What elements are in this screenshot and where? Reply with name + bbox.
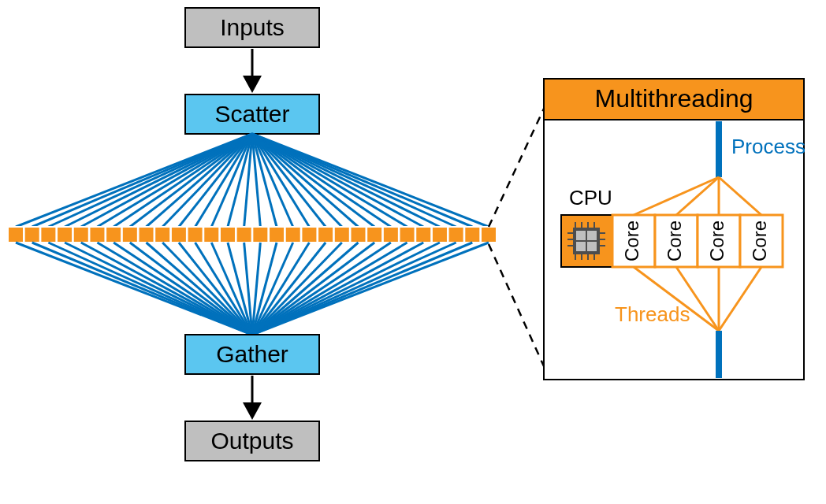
core-label: Core: [621, 220, 642, 261]
task-square: [57, 227, 73, 243]
task-square: [106, 227, 121, 243]
inputs-label: Inputs: [220, 14, 285, 40]
cores-row: CoreCoreCoreCore: [612, 215, 783, 267]
task-square: [383, 227, 399, 243]
task-square: [40, 227, 56, 243]
scatter-label: Scatter: [214, 101, 289, 127]
task-square: [318, 227, 333, 243]
svg-line-38: [147, 243, 252, 335]
core-label: Core: [749, 220, 770, 261]
task-square: [236, 227, 252, 243]
task-square: [448, 227, 464, 243]
task-square: [366, 227, 382, 243]
task-square: [301, 227, 317, 243]
task-square: [220, 227, 236, 243]
threads-label: Threads: [615, 302, 690, 326]
task-square: [400, 227, 415, 243]
callout-line-bottom: [489, 244, 544, 366]
task-square: [139, 227, 154, 243]
task-square: [171, 227, 187, 243]
task-square: [285, 227, 301, 243]
svg-rect-66: [587, 231, 597, 240]
scatter-fan-lines: [16, 134, 489, 227]
task-square: [334, 227, 350, 243]
core-label: Core: [664, 220, 685, 261]
callout-line-top: [489, 109, 544, 227]
task-square: [464, 227, 480, 243]
svg-line-8: [147, 134, 252, 227]
task-square: [122, 227, 138, 243]
svg-line-4: [81, 134, 252, 227]
cpu-chip-icon: [567, 222, 605, 260]
arrowhead-inputs-scatter: [243, 76, 262, 93]
svg-rect-68: [587, 242, 597, 251]
task-square: [269, 227, 285, 243]
task-square: [8, 227, 24, 243]
gather-fan-lines: [16, 243, 489, 335]
core-label: Core: [706, 220, 727, 261]
task-square: [252, 227, 268, 243]
svg-rect-67: [576, 242, 586, 251]
task-square: [203, 227, 219, 243]
task-square: [154, 227, 170, 243]
svg-line-51: [252, 243, 358, 335]
diagram-canvas: Inputs Scatter Gather Outputs Multithrea…: [0, 0, 826, 504]
outputs-label: Outputs: [210, 428, 293, 454]
task-square: [350, 227, 366, 243]
detail-header-label: Multithreading: [595, 84, 753, 113]
cpu-label: CPU: [569, 186, 612, 209]
svg-rect-65: [576, 231, 586, 240]
svg-line-21: [252, 134, 358, 227]
svg-line-34: [81, 243, 252, 335]
gather-label: Gather: [216, 341, 288, 367]
task-square: [188, 227, 203, 243]
arrowhead-gather-outputs: [243, 402, 262, 420]
task-square: [24, 227, 40, 243]
task-square: [415, 227, 431, 243]
task-squares-row: [8, 227, 497, 243]
process-label: Process: [731, 135, 806, 158]
task-square: [481, 227, 497, 243]
task-square: [73, 227, 89, 243]
task-square: [432, 227, 448, 243]
task-square: [89, 227, 105, 243]
